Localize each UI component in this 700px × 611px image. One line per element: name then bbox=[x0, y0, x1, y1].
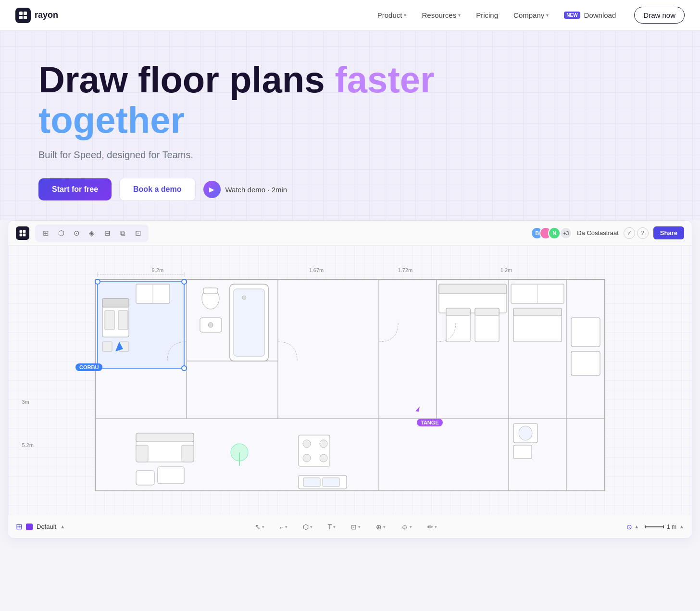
svg-point-29 bbox=[182, 279, 187, 284]
select-tool[interactable]: ↖ ▾ bbox=[251, 521, 268, 533]
avatar-group: B N +3 bbox=[531, 227, 572, 239]
svg-point-52 bbox=[320, 440, 327, 448]
layer-selector[interactable]: ⊞ Default ▲ bbox=[16, 522, 65, 531]
svg-rect-60 bbox=[475, 308, 499, 315]
svg-rect-1 bbox=[24, 12, 27, 15]
layer-name: Default bbox=[37, 523, 56, 530]
svg-rect-33 bbox=[203, 288, 218, 294]
toolbar-right: B N +3 Da Costastraat ✓ ? Share bbox=[531, 226, 684, 239]
svg-rect-23 bbox=[118, 311, 128, 330]
layer-color-swatch bbox=[26, 524, 33, 530]
nav-product[interactable]: Product ▾ bbox=[371, 7, 413, 23]
chevron-up-icon: ▲ bbox=[634, 524, 639, 529]
book-demo-button[interactable]: Book a demo bbox=[119, 178, 195, 201]
svg-rect-69 bbox=[571, 318, 600, 347]
svg-rect-3 bbox=[24, 16, 27, 19]
cursor-corbu: CORBU bbox=[75, 363, 102, 371]
chevron-down-icon: ▾ bbox=[546, 12, 549, 18]
svg-rect-40 bbox=[136, 433, 194, 442]
text-tool[interactable]: T ▾ bbox=[324, 521, 340, 533]
editor-canvas[interactable]: 9.2m 1.67m 1.72m 1.2m 3m 5.2m bbox=[8, 246, 692, 515]
editor-bottom-toolbar: ⊞ Default ▲ ↖ ▾ ⌐ ▾ ⬡ ▾ T ▾ ⊡ bbox=[8, 515, 692, 538]
svg-rect-41 bbox=[136, 445, 148, 462]
nav-links: Product ▾ Resources ▾ Pricing Company ▾ … bbox=[371, 7, 623, 23]
svg-point-28 bbox=[95, 279, 100, 284]
emoji-tool[interactable]: ☺ ▾ bbox=[397, 521, 415, 533]
fill-icon[interactable]: ◈ bbox=[85, 226, 99, 240]
svg-rect-64 bbox=[513, 308, 562, 316]
chevron-up-icon: ▲ bbox=[60, 524, 65, 529]
svg-rect-59 bbox=[446, 308, 470, 315]
3d-icon[interactable]: ⊙ bbox=[70, 226, 83, 240]
svg-rect-22 bbox=[105, 311, 114, 330]
layer-stack-icon: ⊞ bbox=[16, 522, 22, 531]
toolbar-left: ⊞ ⬡ ⊙ ◈ ⊟ ⧉ ⊡ bbox=[16, 224, 149, 242]
svg-rect-7 bbox=[23, 233, 26, 236]
svg-rect-6 bbox=[20, 233, 23, 236]
svg-rect-37 bbox=[234, 289, 264, 356]
shape-tool[interactable]: ⬡ ▾ bbox=[299, 521, 316, 533]
svg-point-54 bbox=[320, 454, 327, 462]
hero-section: Draw floor plans faster together Built f… bbox=[0, 31, 700, 220]
svg-rect-42 bbox=[182, 445, 194, 462]
cursor-tange: TANGE bbox=[417, 419, 443, 426]
help-icon[interactable]: ? bbox=[637, 227, 649, 239]
toolbar-logo[interactable] bbox=[16, 226, 29, 240]
svg-point-35 bbox=[208, 323, 213, 327]
svg-rect-48 bbox=[303, 478, 320, 486]
chevron-down-icon: ▾ bbox=[458, 12, 461, 18]
svg-point-51 bbox=[303, 440, 311, 448]
scale-indicator[interactable]: 1 m ▲ bbox=[645, 524, 684, 530]
hero-cta-group: Start for free Book a demo ▶ Watch demo … bbox=[38, 178, 662, 201]
chevron-down-icon: ▾ bbox=[404, 12, 406, 18]
layers-icon[interactable]: ⊞ bbox=[39, 226, 52, 240]
copy-icon[interactable]: ⧉ bbox=[116, 226, 129, 240]
comment-icon[interactable]: ⊡ bbox=[131, 226, 145, 240]
scale-value: 1 m bbox=[667, 524, 676, 530]
snap-icon: ⊙ bbox=[626, 523, 632, 531]
table-icon[interactable]: ⊟ bbox=[100, 226, 114, 240]
brand-logo[interactable]: rayon bbox=[15, 8, 58, 23]
svg-rect-56 bbox=[439, 284, 506, 294]
bottom-right: ⊙ ▲ 1 m ▲ bbox=[626, 523, 684, 531]
editor-container: ⊞ ⬡ ⊙ ◈ ⊟ ⧉ ⊡ B N +3 Da Costastraat ✓ ? … bbox=[8, 220, 692, 538]
scan-tool[interactable]: ⊕ ▾ bbox=[372, 521, 389, 533]
nav-resources[interactable]: Resources ▾ bbox=[415, 7, 467, 23]
pen-tool[interactable]: ✏ ▾ bbox=[424, 521, 441, 533]
draw-now-button[interactable]: Draw now bbox=[634, 7, 685, 24]
nav-pricing[interactable]: Pricing bbox=[469, 7, 505, 23]
wall-tool[interactable]: ⌐ ▾ bbox=[276, 521, 291, 533]
svg-rect-24 bbox=[102, 342, 112, 351]
avatar-count: +3 bbox=[560, 227, 572, 239]
nav-download[interactable]: NEW Download bbox=[557, 7, 623, 23]
svg-rect-0 bbox=[19, 12, 23, 15]
chevron-up-icon: ▲ bbox=[679, 524, 684, 529]
shapes-icon[interactable]: ⬡ bbox=[54, 226, 68, 240]
svg-rect-2 bbox=[19, 16, 23, 19]
navbar: rayon Product ▾ Resources ▾ Pricing Comp… bbox=[0, 0, 700, 31]
svg-point-38 bbox=[242, 296, 246, 299]
snap-tool[interactable]: ⊙ ▲ bbox=[626, 523, 639, 531]
svg-point-53 bbox=[303, 454, 311, 462]
avatar-n: N bbox=[548, 227, 561, 239]
svg-point-31 bbox=[182, 366, 187, 371]
svg-rect-67 bbox=[513, 445, 532, 459]
watch-demo-button[interactable]: ▶ Watch demo · 2min bbox=[203, 181, 288, 198]
frame-tool[interactable]: ⊡ ▾ bbox=[347, 521, 364, 533]
svg-rect-68 bbox=[571, 351, 600, 375]
svg-rect-49 bbox=[323, 478, 339, 486]
scale-bar bbox=[645, 526, 664, 527]
svg-rect-21 bbox=[102, 299, 129, 307]
nav-company[interactable]: Company ▾ bbox=[507, 7, 555, 23]
svg-rect-4 bbox=[20, 230, 23, 233]
start-free-button[interactable]: Start for free bbox=[38, 178, 112, 200]
editor-toolbar: ⊞ ⬡ ⊙ ◈ ⊟ ⧉ ⊡ B N +3 Da Costastraat ✓ ? … bbox=[8, 221, 692, 246]
share-button[interactable]: Share bbox=[653, 226, 684, 239]
street-name: Da Costastraat bbox=[577, 229, 619, 237]
svg-rect-5 bbox=[23, 230, 26, 233]
svg-point-66 bbox=[519, 426, 532, 440]
bottom-tools: ↖ ▾ ⌐ ▾ ⬡ ▾ T ▾ ⊡ ▾ ⊕ ▾ bbox=[251, 521, 441, 533]
scale-line bbox=[645, 526, 664, 527]
hero-subtitle: Built for Speed, designed for Teams. bbox=[38, 150, 662, 161]
settings-icon[interactable]: ✓ bbox=[624, 227, 635, 239]
